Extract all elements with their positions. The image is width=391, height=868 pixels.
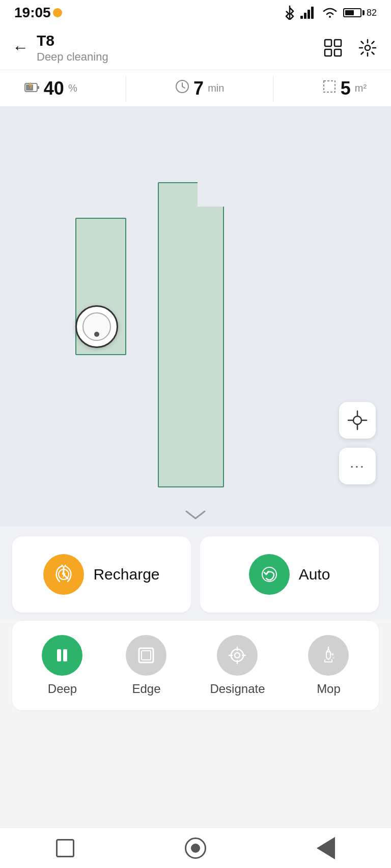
svg-point-25 [231, 649, 243, 661]
battery-stat: 40 % [24, 78, 77, 99]
target-button[interactable] [339, 402, 376, 439]
status-time: 19:05 [14, 5, 62, 21]
svg-rect-11 [38, 86, 39, 89]
svg-rect-6 [325, 49, 331, 56]
status-bar: 19:05 82 [0, 0, 391, 25]
svg-point-26 [235, 653, 240, 658]
header-title-group: T8 Deep cleaning [37, 32, 322, 64]
battery-stat-icon [24, 80, 40, 97]
nav-recent-button[interactable] [50, 833, 80, 863]
robot-indicator [94, 332, 99, 337]
nav-back-button[interactable] [311, 833, 341, 863]
home-icon [185, 837, 206, 859]
mop-icon [318, 645, 339, 666]
settings-button[interactable] [356, 37, 379, 59]
battery-value: 82 [367, 8, 377, 18]
battery-unit: % [68, 82, 77, 94]
pause-icon [52, 645, 72, 666]
area-stat: 5 m² [322, 78, 367, 99]
svg-rect-7 [334, 49, 341, 56]
status-icons: 82 [284, 6, 377, 20]
nav-bar [0, 827, 391, 868]
designate-label: Designate [210, 682, 265, 696]
time-value: 7 [193, 78, 204, 99]
back-button[interactable]: ← [12, 38, 29, 57]
auto-icon-circle [249, 554, 290, 595]
chevron-down-icon [184, 509, 207, 520]
device-name: T8 [37, 32, 322, 49]
svg-rect-21 [57, 649, 61, 661]
bluetooth-icon [284, 6, 295, 20]
auto-icon [258, 563, 281, 586]
area-icon [322, 79, 337, 97]
recharge-icon [52, 563, 75, 586]
time-stat: 7 min [175, 78, 224, 99]
deep-label: Deep [48, 682, 77, 696]
recharge-icon-circle [43, 554, 84, 595]
mop-mode-button[interactable]: Mop [308, 635, 349, 696]
designate-icon [227, 645, 247, 666]
stats-bar: 40 % 7 min 5 m² [0, 70, 391, 107]
battery-icon: 82 [343, 8, 377, 18]
svg-point-33 [332, 657, 334, 659]
mop-label: Mop [317, 682, 341, 696]
designate-icon-circle [217, 635, 258, 676]
header-actions [322, 37, 379, 59]
auto-label: Auto [299, 566, 330, 583]
robot-body [82, 312, 111, 341]
svg-rect-0 [300, 16, 303, 19]
svg-rect-2 [308, 10, 310, 19]
edge-icon [136, 645, 156, 666]
crosshair-icon [347, 410, 368, 430]
cleaning-mode: Deep cleaning [37, 50, 322, 64]
svg-rect-22 [63, 649, 67, 661]
action-cards: Recharge Auto [0, 526, 391, 621]
svg-rect-3 [311, 7, 314, 19]
settings-icon [358, 39, 377, 57]
area-value: 5 [341, 78, 351, 99]
edge-mode-button[interactable]: Edge [126, 635, 166, 696]
svg-point-32 [331, 653, 334, 656]
battery-percent: 40 [44, 78, 64, 99]
area-unit: m² [355, 82, 367, 94]
status-notification-dot [53, 8, 62, 17]
grid-icon [324, 39, 342, 57]
more-button[interactable]: ··· [339, 448, 376, 484]
room-right [158, 182, 224, 487]
time-unit: min [208, 82, 224, 94]
designate-mode-button[interactable]: Designate [210, 635, 265, 696]
signal-icon [300, 7, 317, 19]
back-icon [317, 837, 335, 859]
deep-mode-button[interactable]: Deep [42, 635, 82, 696]
svg-rect-24 [142, 651, 151, 660]
home-icon-inner [191, 844, 200, 853]
mode-card: Deep Edge Designate [12, 621, 379, 710]
recent-apps-icon [56, 839, 74, 857]
svg-rect-4 [325, 40, 331, 46]
header: ← T8 Deep cleaning [0, 25, 391, 70]
robot [75, 305, 118, 348]
recharge-card[interactable]: Recharge [12, 536, 191, 613]
recharge-label: Recharge [93, 566, 159, 583]
svg-point-8 [365, 45, 370, 50]
edge-icon-circle [126, 635, 166, 676]
deep-icon-circle [42, 635, 82, 676]
edge-label: Edge [132, 682, 160, 696]
svg-rect-13 [324, 81, 335, 92]
svg-rect-1 [304, 13, 306, 19]
grid-button[interactable] [322, 37, 344, 59]
wifi-icon [322, 7, 338, 19]
map-area: ··· [0, 107, 391, 504]
svg-rect-5 [334, 40, 341, 46]
auto-card[interactable]: Auto [200, 536, 379, 613]
clock-icon [175, 79, 189, 97]
nav-home-button[interactable] [180, 833, 211, 863]
more-icon: ··· [350, 458, 365, 474]
svg-point-14 [353, 416, 361, 424]
mop-icon-circle [308, 635, 349, 676]
collapse-handle[interactable] [0, 504, 391, 526]
